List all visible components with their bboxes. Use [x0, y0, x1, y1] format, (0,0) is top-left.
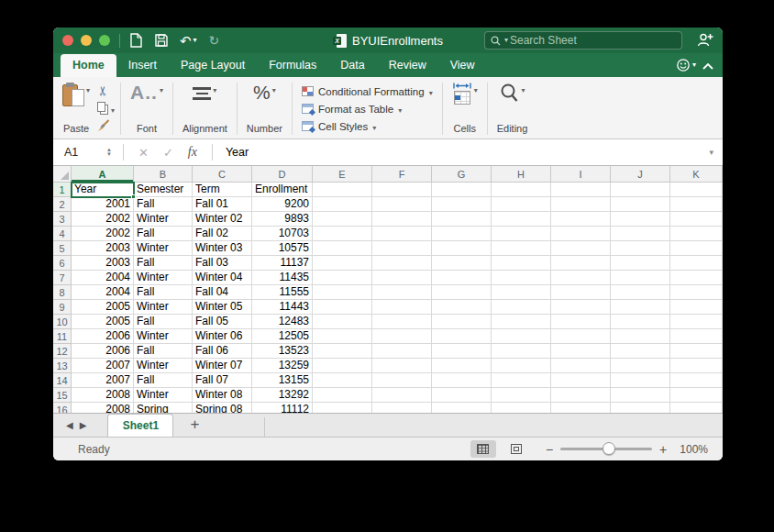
editing-dropdown-caret[interactable]: ▾ — [521, 86, 525, 94]
cell-C15[interactable]: Winter 08 — [193, 388, 252, 403]
cells-group-button[interactable]: ▾ Cells — [443, 81, 487, 137]
copy-dropdown-caret[interactable]: ▾ — [111, 106, 115, 115]
cell-D7[interactable]: 11435 — [252, 271, 313, 285]
cell-F7[interactable] — [372, 271, 432, 285]
cell-I14[interactable] — [551, 373, 611, 388]
number-dropdown-caret[interactable]: ▾ — [272, 86, 276, 94]
cell-G4[interactable] — [432, 227, 492, 241]
tab-view[interactable]: View — [438, 54, 487, 77]
column-header-I[interactable]: I — [551, 166, 611, 183]
tab-home[interactable]: Home — [61, 54, 116, 77]
zoom-slider[interactable] — [560, 448, 652, 450]
cell-I7[interactable] — [551, 271, 611, 285]
collapse-ribbon-button[interactable] — [702, 57, 713, 73]
cell-F15[interactable] — [372, 388, 432, 403]
search-box[interactable]: ▾ — [484, 31, 682, 50]
cell-K1[interactable] — [670, 183, 723, 197]
row-header-16[interactable]: 16 — [53, 403, 72, 413]
font-dropdown-caret[interactable]: ▾ — [160, 86, 163, 94]
cell-E12[interactable] — [313, 344, 372, 359]
cell-C14[interactable]: Fall 07 — [193, 373, 252, 388]
cell-G7[interactable] — [432, 271, 492, 285]
cell-I4[interactable] — [551, 227, 611, 241]
row-header-15[interactable]: 15 — [53, 388, 72, 403]
cell-I2[interactable] — [551, 197, 611, 212]
cell-K6[interactable] — [670, 256, 723, 271]
zoom-slider-thumb[interactable] — [603, 442, 615, 455]
cell-E2[interactable] — [313, 197, 372, 212]
column-header-J[interactable]: J — [611, 166, 670, 183]
format-as-table-button[interactable]: Format as Table ▾ — [302, 101, 433, 116]
cell-K10[interactable] — [670, 315, 723, 329]
cell-H15[interactable] — [492, 388, 551, 403]
cell-B7[interactable]: Winter — [134, 271, 193, 285]
share-button[interactable] — [697, 33, 713, 50]
cell-E13[interactable] — [313, 359, 372, 373]
row-header-5[interactable]: 5 — [53, 241, 72, 256]
cell-D3[interactable]: 9893 — [252, 212, 313, 227]
cell-J16[interactable] — [611, 403, 670, 413]
cell-E7[interactable] — [313, 271, 372, 285]
cell-E9[interactable] — [313, 300, 372, 315]
cell-A13[interactable]: 2007 — [72, 359, 134, 373]
cell-E4[interactable] — [313, 227, 372, 241]
undo-dropdown-caret[interactable]: ▾ — [194, 37, 197, 44]
cell-K14[interactable] — [670, 373, 723, 388]
cell-B4[interactable]: Fall — [134, 227, 193, 241]
formula-bar-expand-caret[interactable]: ▾ — [709, 148, 713, 157]
cell-B6[interactable]: Fall — [134, 256, 193, 271]
cell-H13[interactable] — [492, 359, 551, 373]
cell-B8[interactable]: Fall — [134, 285, 193, 300]
tab-data[interactable]: Data — [328, 54, 376, 77]
row-header-10[interactable]: 10 — [53, 315, 72, 329]
cell-H9[interactable] — [492, 300, 551, 315]
cell-D12[interactable]: 13523 — [252, 344, 313, 359]
paste-button[interactable]: ▾ Paste — [62, 83, 90, 134]
cell-I15[interactable] — [551, 388, 611, 403]
cell-K5[interactable] — [670, 241, 723, 256]
cell-B2[interactable]: Fall — [134, 197, 193, 212]
cell-J13[interactable] — [611, 359, 670, 373]
cell-D5[interactable]: 10575 — [252, 241, 313, 256]
name-box[interactable]: A1 ▲▼ — [53, 146, 116, 159]
cell-I16[interactable] — [551, 403, 611, 413]
cell-D9[interactable]: 11443 — [252, 300, 313, 315]
cell-K13[interactable] — [670, 359, 723, 373]
redo-button[interactable]: ↻ — [209, 34, 220, 47]
close-window-button[interactable] — [62, 35, 73, 46]
zoom-percentage[interactable]: 100% — [680, 443, 708, 456]
cell-H3[interactable] — [492, 212, 551, 227]
alignment-dropdown-caret[interactable]: ▾ — [213, 86, 216, 94]
column-header-K[interactable]: K — [670, 166, 723, 183]
cell-F14[interactable] — [372, 373, 432, 388]
cell-F2[interactable] — [372, 197, 432, 212]
alignment-group-button[interactable]: ▾ Alignment — [173, 81, 237, 137]
column-header-H[interactable]: H — [492, 166, 551, 183]
cell-E5[interactable] — [313, 241, 372, 256]
cell-C4[interactable]: Fall 02 — [193, 227, 252, 241]
cell-G15[interactable] — [432, 388, 492, 403]
cell-I9[interactable] — [551, 300, 611, 315]
cell-H8[interactable] — [492, 285, 551, 300]
cell-F6[interactable] — [372, 256, 432, 271]
row-header-8[interactable]: 8 — [53, 285, 72, 300]
cell-A14[interactable]: 2007 — [72, 373, 134, 388]
cell-J3[interactable] — [611, 212, 670, 227]
tab-insert[interactable]: Insert — [116, 54, 169, 77]
cell-H10[interactable] — [492, 315, 551, 329]
cell-K12[interactable] — [670, 344, 723, 359]
cell-I5[interactable] — [551, 241, 611, 256]
fill-handle[interactable] — [131, 194, 136, 199]
cell-J9[interactable] — [611, 300, 670, 315]
cell-C16[interactable]: Spring 08 — [193, 403, 252, 413]
cell-D6[interactable]: 11137 — [252, 256, 313, 271]
cell-J4[interactable] — [611, 227, 670, 241]
cell-K7[interactable] — [670, 271, 723, 285]
cell-G13[interactable] — [432, 359, 492, 373]
cell-H12[interactable] — [492, 344, 551, 359]
cell-A1[interactable]: Year — [72, 183, 134, 197]
cell-D8[interactable]: 11555 — [252, 285, 313, 300]
cell-H16[interactable] — [492, 403, 551, 413]
cell-styles-caret[interactable]: ▾ — [372, 124, 376, 132]
new-document-button[interactable] — [129, 33, 143, 48]
